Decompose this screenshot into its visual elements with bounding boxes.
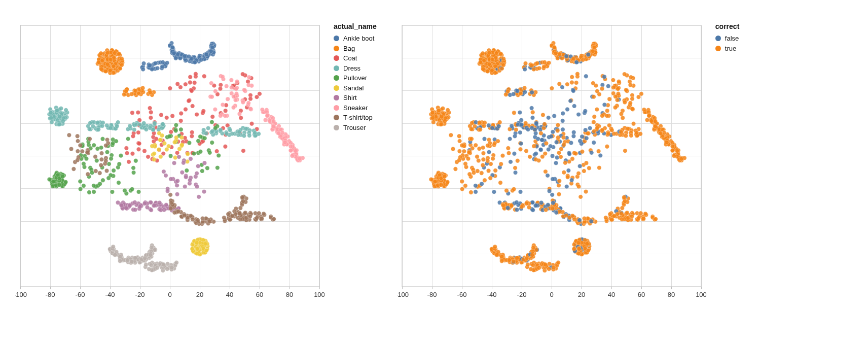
svg-point-1937 — [496, 124, 500, 128]
legend-item: Sandal — [334, 83, 377, 93]
svg-point-2576 — [636, 216, 640, 220]
svg-point-669 — [60, 175, 64, 179]
legend-item: T-shirt/top — [334, 113, 377, 123]
svg-point-1513 — [591, 49, 595, 53]
svg-point-2506 — [558, 210, 562, 214]
svg-point-730 — [82, 184, 86, 188]
svg-point-1047 — [288, 144, 293, 148]
svg-point-697 — [98, 182, 102, 186]
svg-point-2296 — [530, 200, 534, 205]
svg-point-1665 — [481, 51, 485, 55]
svg-text:-20: -20 — [135, 291, 145, 298]
svg-point-1946 — [490, 126, 494, 130]
svg-point-873 — [177, 147, 182, 151]
svg-point-2082 — [499, 162, 503, 166]
svg-point-2316 — [562, 171, 566, 175]
svg-point-2337 — [569, 178, 573, 182]
svg-point-1214 — [76, 149, 80, 153]
svg-point-598 — [219, 128, 223, 132]
svg-point-1686 — [493, 64, 497, 68]
svg-point-1763 — [596, 149, 600, 153]
svg-point-2217 — [576, 251, 581, 255]
legend-swatch — [334, 95, 339, 100]
svg-point-945 — [189, 157, 193, 161]
svg-point-2228 — [538, 148, 542, 152]
svg-point-2445 — [613, 106, 617, 110]
svg-point-2299 — [539, 200, 543, 205]
svg-point-746 — [179, 127, 183, 131]
svg-point-2227 — [567, 152, 571, 156]
svg-point-2458 — [592, 94, 596, 98]
svg-point-1357 — [149, 263, 153, 267]
svg-point-370 — [175, 82, 179, 86]
svg-point-344 — [133, 89, 137, 93]
svg-point-383 — [239, 116, 243, 120]
svg-point-936 — [175, 183, 179, 187]
svg-point-958 — [195, 171, 199, 175]
svg-point-2309 — [509, 204, 513, 208]
svg-point-554 — [91, 124, 95, 128]
svg-point-386 — [168, 86, 172, 90]
svg-text:-80: -80 — [46, 291, 55, 298]
svg-point-2069 — [460, 179, 464, 183]
svg-point-1940 — [526, 127, 530, 131]
svg-point-960 — [172, 161, 176, 165]
svg-point-315 — [120, 63, 124, 67]
svg-point-1077 — [226, 97, 230, 101]
legend-item: Pullover — [334, 73, 377, 83]
svg-point-2467 — [602, 75, 606, 79]
svg-point-409 — [248, 96, 252, 100]
svg-point-105 — [173, 56, 177, 60]
svg-point-844 — [203, 242, 207, 246]
svg-point-446 — [136, 130, 140, 134]
svg-point-567 — [116, 120, 120, 124]
svg-point-1066 — [223, 114, 227, 118]
svg-point-313 — [108, 57, 113, 61]
svg-point-417 — [127, 160, 131, 164]
svg-point-430 — [154, 137, 158, 141]
svg-point-2338 — [557, 179, 561, 183]
svg-point-2129 — [587, 166, 591, 170]
legend-swatch — [715, 36, 721, 41]
svg-point-418 — [146, 155, 150, 159]
legend-right: correctfalsetrue — [715, 22, 739, 53]
svg-point-2071 — [483, 178, 487, 182]
svg-point-2095 — [512, 187, 516, 191]
svg-point-2098 — [474, 190, 478, 194]
svg-point-2607 — [467, 150, 471, 154]
svg-point-1887 — [439, 122, 443, 126]
svg-point-2750 — [551, 265, 555, 269]
svg-point-2706 — [531, 246, 535, 250]
svg-point-2104 — [496, 139, 500, 143]
svg-point-1090 — [248, 107, 252, 111]
svg-point-1974 — [600, 128, 604, 132]
svg-point-570 — [108, 126, 113, 130]
svg-text:20: 20 — [196, 291, 203, 298]
svg-point-2092 — [469, 190, 473, 194]
legend-item: false — [715, 33, 739, 44]
svg-point-1789 — [600, 86, 604, 90]
svg-point-2594 — [481, 157, 485, 161]
svg-point-2603 — [479, 171, 483, 175]
svg-point-167 — [141, 67, 145, 71]
svg-point-1861 — [441, 107, 445, 111]
svg-point-144 — [183, 54, 187, 58]
svg-point-1691 — [501, 63, 505, 67]
svg-point-1842 — [431, 120, 436, 124]
svg-point-848 — [204, 249, 208, 253]
svg-point-175 — [155, 66, 159, 70]
svg-point-2322 — [563, 160, 567, 164]
svg-point-1374 — [170, 265, 174, 269]
svg-point-2237 — [546, 147, 550, 151]
svg-point-2050 — [433, 180, 437, 184]
svg-point-756 — [192, 151, 196, 155]
svg-point-2556 — [630, 214, 634, 218]
svg-point-2431 — [672, 154, 676, 158]
svg-point-514 — [58, 115, 62, 119]
svg-point-428 — [142, 149, 147, 153]
svg-point-1795 — [557, 151, 561, 155]
svg-point-2400 — [642, 108, 646, 112]
svg-point-752 — [198, 150, 202, 154]
svg-point-507 — [49, 111, 53, 115]
svg-point-1794 — [528, 155, 532, 159]
